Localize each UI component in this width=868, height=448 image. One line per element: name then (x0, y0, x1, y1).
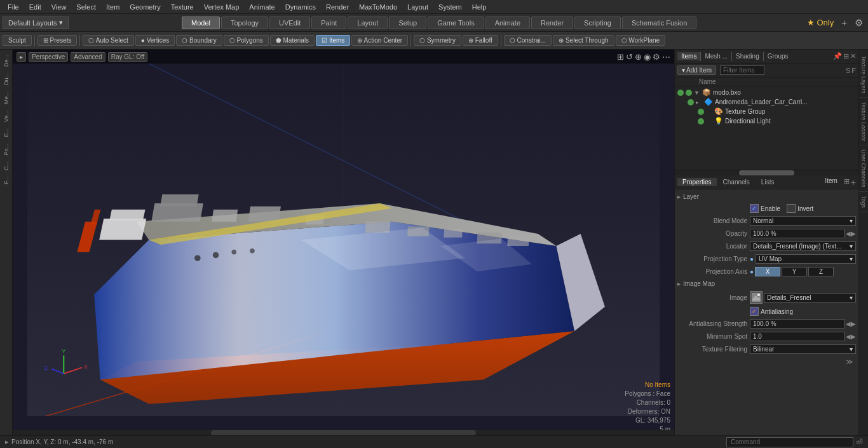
edge-tab-texture-locator[interactable]: Texture Locator (859, 98, 868, 146)
layout-dropdown[interactable]: Default Layouts ▾ (3, 17, 69, 29)
items-vscrollbar[interactable] (675, 170, 858, 175)
invert-checkbox[interactable] (787, 204, 796, 213)
props-expand-icon[interactable]: ⊞ (844, 177, 850, 187)
autoselect-button[interactable]: ⬡ Auto Select (83, 35, 133, 46)
items-scrollbar-thumb[interactable] (739, 170, 794, 175)
perspective-label[interactable]: Perspective (29, 52, 68, 62)
symmetry-button[interactable]: ⬡ Symmetry (414, 35, 461, 46)
enable-checkbox[interactable]: ✓ (750, 204, 759, 213)
menu-select[interactable]: Select (71, 2, 101, 12)
vp-icon-5[interactable]: ⚙ (653, 52, 660, 62)
sidebar-item-po[interactable]: Po... (2, 141, 11, 158)
menu-system[interactable]: System (433, 2, 467, 12)
tab-setup[interactable]: Setup (389, 17, 426, 29)
menu-render[interactable]: Render (321, 2, 354, 12)
projection-y-input[interactable] (782, 267, 807, 276)
advanced-label[interactable]: Advanced (71, 52, 105, 62)
menu-texture[interactable]: Texture (166, 2, 199, 12)
image-preview[interactable] (750, 291, 763, 304)
sculpt-button[interactable]: Sculpt (3, 35, 32, 46)
menu-layout[interactable]: Layout (402, 2, 433, 12)
vp-icon-4[interactable]: ◉ (644, 52, 651, 62)
vis-toggle-dirlight[interactable] (698, 118, 704, 125)
tree-item-modo-bxo[interactable]: ▼ 📦 modo.bxo (675, 88, 858, 97)
blend-mode-dropdown[interactable]: Normal ▾ (750, 216, 856, 226)
edge-tab-texture-layers[interactable]: Texture Layers (859, 52, 868, 98)
props-expand-btn[interactable]: ≫ (846, 358, 853, 365)
opacity-input[interactable] (750, 229, 844, 238)
sidebar-item-ve[interactable]: Ve... (2, 108, 11, 125)
tree-item-dirlight[interactable]: 💡 Directional Light (675, 116, 858, 126)
items-sort-icon[interactable]: S (846, 67, 850, 74)
vis-toggle-andromeda[interactable] (688, 99, 694, 105)
tab-groups[interactable]: Groups (764, 52, 792, 60)
items-close-icon[interactable]: ✕ (850, 52, 856, 60)
tab-paint[interactable]: Paint (311, 17, 346, 29)
vis-toggle-texturegroup[interactable] (698, 109, 704, 115)
tab-model[interactable]: Model (182, 17, 220, 29)
texture-filtering-dropdown[interactable]: Bilinear ▾ (750, 344, 856, 354)
vp-icon-6[interactable]: ⋯ (662, 52, 670, 62)
filter-items-input[interactable] (720, 65, 764, 75)
vp-icon-3[interactable]: ⊕ (635, 52, 642, 62)
sidebar-item-e[interactable]: E... (2, 126, 11, 140)
sidebar-item-c[interactable]: C... (2, 159, 11, 173)
menu-view[interactable]: View (46, 2, 72, 12)
tab-animate[interactable]: Animate (485, 17, 530, 29)
tab-mesh[interactable]: Mesh ... (701, 52, 731, 60)
projection-type-dropdown[interactable]: UV Map ▾ (756, 254, 856, 264)
locator-dropdown[interactable]: Details_Fresnel (Image) (Text... ▾ (750, 241, 856, 251)
menu-vertexmap[interactable]: Vertex Map (199, 2, 245, 12)
vis-toggle-modo-2[interactable] (686, 90, 692, 96)
selectthrough-button[interactable]: ⊕ Select Through (553, 35, 614, 46)
items-button[interactable]: ☑ Items (316, 35, 350, 46)
antialiasing-strength-input[interactable] (750, 319, 844, 329)
tree-expand-modo[interactable]: ▼ (694, 90, 700, 96)
edge-tab-tags[interactable]: Tags (859, 192, 868, 212)
vertices-button[interactable]: ● Vertices (135, 35, 175, 46)
tree-expand-andromeda[interactable]: ▸ (696, 99, 702, 105)
tab-shading[interactable]: Shading (732, 52, 763, 60)
tab-gametools[interactable]: Game Tools (428, 17, 484, 29)
add-layout-button[interactable]: + (839, 17, 850, 28)
props-add-icon[interactable]: + (851, 177, 856, 187)
command-input[interactable] (726, 437, 853, 447)
antialiasing-strength-arrow[interactable]: ◀▶ (846, 320, 856, 327)
vis-toggle-modo[interactable] (677, 90, 684, 96)
settings-button[interactable]: ⚙ (852, 17, 865, 29)
edge-tab-user-channels[interactable]: User Channels (859, 146, 868, 192)
tab-channels[interactable]: Channels (718, 178, 755, 186)
vp-icon-2[interactable]: ↺ (626, 52, 633, 62)
items-filter-icon[interactable]: F (851, 67, 856, 74)
projection-z-input[interactable] (808, 267, 834, 276)
menu-help[interactable]: Help (467, 2, 492, 12)
vp-icon-1[interactable]: ⊞ (617, 52, 624, 62)
tab-schematicfusion[interactable]: Schematic Fusion (622, 17, 696, 29)
actioncenter-button[interactable]: ⊕ Action Center (351, 35, 408, 46)
viewport-expand-button[interactable]: ▸ (17, 52, 26, 62)
viewport[interactable]: ▸ Perspective Advanced Ray GL: Off ⊞ ↺ ⊕… (13, 50, 674, 435)
projection-x-input[interactable] (755, 267, 780, 276)
tab-items[interactable]: Items (677, 52, 700, 60)
star-button[interactable]: ★ Only (804, 18, 836, 27)
add-item-button[interactable]: ▾ Add Item (677, 65, 716, 75)
sidebar-item-me[interactable]: Me... (2, 89, 11, 107)
tree-item-andromeda[interactable]: ▸ 🔷 Andromeda_Leader_Car_Carri... (675, 97, 858, 107)
tab-render[interactable]: Render (531, 17, 573, 29)
antialiasing-checkbox[interactable]: ✓ (750, 307, 759, 316)
tab-topology[interactable]: Topology (221, 17, 268, 29)
minimum-spot-input[interactable] (750, 332, 844, 341)
tab-uvedit[interactable]: UVEdit (269, 17, 310, 29)
tab-scripting[interactable]: Scripting (574, 17, 621, 29)
viewport-hscrollbar[interactable] (13, 430, 674, 435)
status-expand-btn[interactable]: ▸ (5, 438, 9, 446)
items-pin-icon[interactable]: 📌 (833, 52, 842, 60)
constrain-button[interactable]: ⬡ Constrai... (504, 35, 552, 46)
menu-animate[interactable]: Animate (244, 2, 280, 12)
workplane-button[interactable]: ⬡ WorkPlane (616, 35, 666, 46)
imagemap-expand-icon[interactable]: ▸ (677, 280, 681, 287)
sidebar-item-de[interactable]: De... (2, 52, 11, 69)
layer-expand-icon[interactable]: ▸ (677, 193, 681, 200)
tree-item-texturegroup[interactable]: 🎨 Texture Group (675, 107, 858, 116)
menu-maxtomodo[interactable]: MaxToModo (354, 2, 402, 12)
